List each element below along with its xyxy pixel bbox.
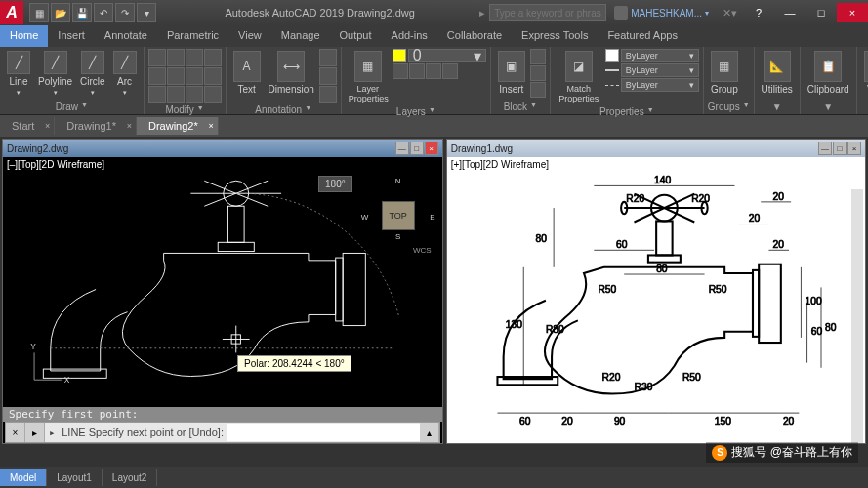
mirror-icon[interactable] bbox=[167, 67, 185, 85]
viewcube-top-face[interactable]: TOP bbox=[382, 201, 415, 230]
table-icon[interactable] bbox=[319, 67, 337, 85]
left-max-button[interactable]: □ bbox=[410, 142, 424, 155]
circle-button[interactable]: ╱Circle▾ bbox=[77, 49, 108, 99]
layer-tool4-icon[interactable] bbox=[442, 63, 458, 79]
erase-icon[interactable] bbox=[204, 49, 222, 66]
exchange-icon[interactable]: ✕▾ bbox=[717, 7, 743, 20]
ribbon-tab-insert[interactable]: Insert bbox=[48, 25, 95, 47]
left-close-button[interactable]: × bbox=[425, 142, 438, 155]
doc-tab-start[interactable]: Start× bbox=[0, 117, 55, 135]
text-button[interactable]: AText bbox=[230, 49, 264, 97]
lineweight-dropdown[interactable]: ByLayer▾ bbox=[621, 63, 699, 77]
cmd-config-button[interactable]: ▸ bbox=[25, 423, 45, 442]
move-icon[interactable] bbox=[148, 49, 166, 66]
qat-redo-icon[interactable]: ↷ bbox=[115, 3, 135, 22]
right-scrollbar[interactable] bbox=[851, 189, 863, 443]
polyline-button[interactable]: ╱Polyline▾ bbox=[35, 49, 75, 99]
ribbon-tab-home[interactable]: Home bbox=[0, 25, 48, 47]
scale-icon[interactable] bbox=[167, 86, 185, 103]
offset-icon[interactable] bbox=[204, 86, 222, 103]
layout-tab-layout1[interactable]: Layout1 bbox=[47, 469, 103, 486]
right-window-titlebar[interactable]: Drawing1.dwg — □ × bbox=[447, 140, 865, 157]
ribbon-tab-annotate[interactable]: Annotate bbox=[95, 25, 157, 47]
user-account[interactable]: MAHESHKAM... ▾ bbox=[606, 6, 717, 20]
explode-icon[interactable] bbox=[204, 67, 222, 85]
utilities-button[interactable]: 📐Utilities bbox=[759, 49, 796, 97]
right-view-label[interactable]: [+][Top][2D Wireframe] bbox=[447, 157, 865, 172]
arc-button[interactable]: ╱Arc▾ bbox=[110, 49, 140, 99]
keyword-search-input[interactable] bbox=[489, 4, 606, 21]
ribbon-tab-collaborate[interactable]: Collaborate bbox=[437, 25, 512, 47]
fillet-icon[interactable] bbox=[186, 67, 203, 85]
group-button[interactable]: ▦Group bbox=[708, 49, 741, 97]
layout-tab-layout2[interactable]: Layout2 bbox=[103, 469, 158, 486]
clipboard-button[interactable]: 📋Clipboard bbox=[805, 49, 852, 97]
view-cube[interactable]: N S E W TOP WCS bbox=[359, 177, 437, 255]
layout-tab-model[interactable]: Model bbox=[0, 469, 47, 486]
tab-close-icon[interactable]: × bbox=[208, 121, 213, 131]
array-icon[interactable] bbox=[186, 86, 203, 103]
layer-tool-icon[interactable] bbox=[393, 63, 408, 79]
tab-close-icon[interactable]: × bbox=[45, 121, 50, 131]
cmd-close-button[interactable]: × bbox=[6, 423, 25, 442]
qat-open-icon[interactable]: 📂 bbox=[51, 3, 70, 22]
trim-icon[interactable] bbox=[186, 49, 203, 66]
minimize-button[interactable]: — bbox=[774, 3, 806, 22]
left-window-titlebar[interactable]: Drawing2.dwg — □ × bbox=[3, 140, 442, 157]
layer-properties-button[interactable]: ▦Layer Properties bbox=[346, 49, 391, 105]
drawing-window-right: Drawing1.dwg — □ × [+][Top][2D Wireframe… bbox=[446, 139, 866, 444]
qat-more-icon[interactable]: ▾ bbox=[137, 3, 156, 22]
panel-groups-label: Groups bbox=[708, 102, 740, 112]
right-close-button[interactable]: × bbox=[847, 142, 861, 155]
ribbon-tab-featured-apps[interactable]: Featured Apps bbox=[598, 25, 687, 47]
match-properties-button[interactable]: ◪Match Properties bbox=[555, 49, 603, 105]
insert-icon: ▣ bbox=[498, 51, 525, 82]
doc-tab-drawing2[interactable]: Drawing2*× bbox=[137, 117, 219, 135]
right-min-button[interactable]: — bbox=[818, 142, 832, 155]
ribbon-tab-view[interactable]: View bbox=[228, 25, 271, 47]
ribbon-tab-add-ins[interactable]: Add-ins bbox=[382, 25, 437, 47]
close-button[interactable]: × bbox=[837, 3, 868, 22]
cmd-recent-button[interactable]: ▴ bbox=[420, 423, 439, 442]
app-menu-button[interactable]: A bbox=[0, 1, 23, 24]
linetype-dropdown[interactable]: ByLayer▾ bbox=[621, 78, 699, 92]
right-max-button[interactable]: □ bbox=[833, 142, 847, 155]
ribbon-tab-express-tools[interactable]: Express Tools bbox=[512, 25, 598, 47]
left-view-label[interactable]: [–][Top][2D Wireframe] bbox=[3, 157, 442, 172]
panel-modify: Modify▼ bbox=[145, 47, 227, 114]
user-avatar-icon bbox=[614, 6, 628, 20]
layer-tool3-icon[interactable] bbox=[426, 63, 441, 79]
copy-icon[interactable] bbox=[148, 67, 166, 85]
color-dropdown[interactable]: ByLayer▾ bbox=[621, 49, 699, 62]
help-button[interactable]: ? bbox=[743, 3, 774, 22]
create-block-icon[interactable] bbox=[530, 49, 546, 64]
mtext-icon[interactable] bbox=[319, 86, 337, 103]
maximize-button[interactable]: □ bbox=[806, 3, 837, 22]
attribute-icon[interactable] bbox=[530, 82, 546, 98]
command-input[interactable] bbox=[227, 424, 420, 441]
dimension-button[interactable]: ⟷Dimension bbox=[266, 49, 317, 97]
panel-properties-label: Properties bbox=[599, 106, 644, 117]
leader-icon[interactable] bbox=[319, 49, 337, 66]
view-button[interactable]: ▭View bbox=[861, 49, 868, 97]
ribbon-tab-output[interactable]: Output bbox=[330, 25, 382, 47]
svg-rect-7 bbox=[336, 258, 343, 321]
rotate-icon[interactable] bbox=[167, 49, 185, 66]
ribbon-tab-parametric[interactable]: Parametric bbox=[157, 25, 228, 47]
layer-tool2-icon[interactable] bbox=[409, 63, 425, 79]
ribbon-tab-manage[interactable]: Manage bbox=[271, 25, 330, 47]
qat-save-icon[interactable]: 💾 bbox=[72, 3, 92, 22]
stretch-icon[interactable] bbox=[148, 86, 166, 103]
line-button[interactable]: ╱Line▾ bbox=[4, 49, 33, 99]
right-canvas[interactable]: 140 R20 R20 20 20 80 60 80 20 R50 R50 10… bbox=[447, 172, 865, 443]
doc-tab-drawing1[interactable]: Drawing1*× bbox=[55, 117, 137, 135]
left-canvas[interactable]: X Y N S E W TOP WCS 180° Polar: 208.4244… bbox=[3, 172, 442, 407]
edit-block-icon[interactable] bbox=[530, 65, 546, 81]
left-min-button[interactable]: — bbox=[395, 142, 409, 155]
layer-dropdown[interactable]: 0▾ bbox=[408, 49, 486, 62]
qat-undo-icon[interactable]: ↶ bbox=[94, 3, 113, 22]
qat-new-icon[interactable]: ▦ bbox=[29, 3, 49, 22]
insert-button[interactable]: ▣Insert bbox=[495, 49, 528, 97]
tab-close-icon[interactable]: × bbox=[127, 121, 132, 131]
ribbon-tabs: HomeInsertAnnotateParametricViewManageOu… bbox=[0, 25, 868, 47]
